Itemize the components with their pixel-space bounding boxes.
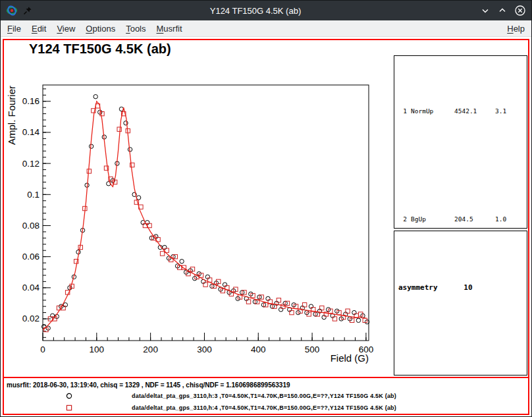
menubar: FileEditViewOptionsToolsMusrfitHelp (1, 20, 531, 37)
svg-text:300: 300 (197, 345, 212, 354)
square-icon (66, 404, 72, 411)
svg-text:Field (G): Field (G) (331, 352, 369, 364)
legend-row: data/deltat_pta_gps_3110,h:3 ,T0=4.50K,T… (66, 391, 396, 401)
pushpin-icon[interactable] (23, 6, 32, 15)
param-error: 3.1 (495, 57, 527, 165)
param-value: 4542.1 (454, 57, 491, 165)
menu-item-tools[interactable]: Tools (120, 22, 151, 36)
window-title: Y124 TF150G 4.5K (ab) (38, 6, 473, 16)
menu-item-help[interactable]: Help (502, 22, 530, 36)
param-num: 1 (398, 57, 407, 165)
fit-info: musrfit: 2018-06-30, 13:19:40, chisq = 1… (7, 381, 290, 389)
theory-box: asymmetry 10simplExpo 11TFieldCos map1 f… (394, 231, 527, 375)
close-circle-icon[interactable] (514, 5, 526, 16)
canvas-area: Y124 TF150G 4.5K (ab) 010020030040050060… (1, 37, 531, 416)
root-canvas[interactable]: Y124 TF150G 4.5K (ab) 010020030040050060… (3, 39, 529, 415)
param-error: 1.0 (495, 165, 527, 229)
svg-text:100: 100 (90, 345, 105, 354)
svg-text:Ampl. Fourier: Ampl. Fourier (6, 86, 17, 145)
menu-item-options[interactable]: Options (80, 22, 120, 36)
info-pad: musrfit: 2018-06-30, 13:19:40, chisq = 1… (4, 377, 528, 414)
param-value: 204.5 (454, 165, 491, 229)
menu-item-edit[interactable]: Edit (26, 22, 51, 36)
legend-text: data/deltat_pta_gps_3110,h:3 ,T0=4.50K,T… (132, 393, 396, 399)
plot-svg[interactable]: 01002003004005006000.020.040.060.080.10.… (4, 40, 399, 373)
parameter-box: 1NormUp4542.13.12BgUp204.51.03PhaseUp18.… (394, 55, 527, 229)
svg-text:0.12: 0.12 (22, 159, 40, 169)
svg-text:0.02: 0.02 (22, 314, 40, 323)
menu-item-file[interactable]: File (2, 22, 26, 36)
circle-icon (66, 393, 72, 399)
param-name: BgUp (411, 165, 450, 229)
menu-item-musrfit[interactable]: Musrfit (151, 22, 188, 36)
svg-text:0.08: 0.08 (22, 221, 40, 231)
chevron-down-icon[interactable] (480, 5, 491, 16)
svg-text:500: 500 (305, 345, 320, 354)
param-name: NormUp (411, 57, 450, 165)
param-num: 2 (398, 165, 407, 229)
svg-text:0.14: 0.14 (22, 127, 40, 137)
app-window: Y124 TF150G 4.5K (ab) FileEditViewOption… (0, 0, 532, 417)
legend-text: data/deltat_pta_gps_3110,h:4 ,T0=4.50K,T… (132, 404, 396, 411)
legend-row: data/deltat_pta_gps_3110,h:4 ,T0=4.50K,T… (66, 403, 396, 412)
svg-text:0.04: 0.04 (22, 283, 40, 292)
theory-line: simplExpo 11 (398, 341, 527, 375)
svg-text:0: 0 (40, 345, 45, 354)
svg-text:200: 200 (143, 345, 158, 354)
parameter-row: 2BgUp204.51.0 (398, 165, 527, 229)
svg-text:0.06: 0.06 (22, 252, 40, 262)
svg-text:0.1: 0.1 (27, 190, 40, 200)
menu-item-view[interactable]: View (51, 22, 80, 36)
chevron-up-icon[interactable] (497, 5, 508, 16)
svg-text:400: 400 (251, 345, 266, 354)
theory-line: asymmetry 10 (398, 235, 527, 341)
musrview-app-icon[interactable] (6, 5, 18, 16)
titlebar[interactable]: Y124 TF150G 4.5K (ab) (1, 1, 531, 20)
parameter-row: 1NormUp4542.13.1 (398, 57, 527, 165)
svg-text:0.16: 0.16 (22, 96, 40, 106)
